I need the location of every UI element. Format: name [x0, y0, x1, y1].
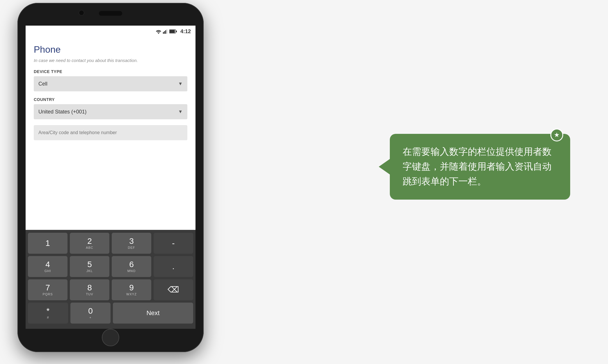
wifi-icon — [155, 29, 162, 34]
key-1-main: 1 — [45, 239, 50, 247]
key-6[interactable]: 6 MNO — [112, 256, 151, 277]
device-type-select[interactable]: Cell Home Work — [34, 76, 187, 91]
key-0[interactable]: 0 + — [70, 303, 111, 324]
svg-rect-1 — [163, 32, 164, 34]
key-7-main: 7 — [45, 284, 50, 292]
key-2[interactable]: 2 ABC — [70, 233, 109, 254]
numeric-keyboard: 1 2 ABC 3 DEF - — [26, 230, 195, 329]
home-button[interactable] — [102, 329, 119, 346]
keyboard-row-3: 7 PQRS 8 TUV 9 WXYZ ⌫ — [28, 279, 193, 300]
status-icons — [155, 29, 177, 34]
svg-rect-3 — [165, 30, 166, 34]
phone-screen: 4:12 Phone In case we need to contact yo… — [26, 26, 195, 329]
status-time: 4:12 — [180, 29, 191, 35]
key-6-sub: MNO — [127, 269, 136, 273]
svg-rect-6 — [170, 30, 175, 33]
key-4-sub: GHI — [45, 269, 51, 273]
battery-icon — [169, 29, 177, 33]
svg-rect-2 — [164, 31, 165, 34]
svg-point-0 — [158, 33, 159, 34]
phone-speaker-icon — [99, 11, 122, 16]
key-5[interactable]: 5 JKL — [70, 256, 109, 277]
key-4[interactable]: 4 GHI — [28, 256, 67, 277]
key-dash[interactable]: - — [154, 233, 193, 254]
key-9-main: 9 — [129, 284, 134, 292]
key-2-main: 2 — [87, 237, 92, 245]
key-5-main: 5 — [87, 260, 92, 269]
key-1[interactable]: 1 — [28, 233, 67, 254]
status-bar: 4:12 — [26, 26, 195, 37]
key-9[interactable]: 9 WXYZ — [112, 279, 151, 300]
country-select[interactable]: United States (+001) Canada (+001) Unite… — [34, 104, 187, 119]
key-dash-main: - — [172, 239, 175, 247]
keyboard-row-4: * # 0 + Next — [28, 303, 193, 324]
key-0-sub: + — [89, 316, 91, 319]
key-backspace[interactable]: ⌫ — [154, 279, 193, 300]
key-star-main: * — [47, 307, 50, 315]
key-7[interactable]: 7 PQRS — [28, 279, 67, 300]
key-0-main: 0 — [88, 307, 93, 315]
phone-device: 4:12 Phone In case we need to contact yo… — [17, 3, 204, 352]
key-5-sub: JKL — [86, 269, 93, 273]
key-3-main: 3 — [129, 237, 134, 245]
tooltip-star-icon: ★ — [550, 129, 563, 141]
svg-rect-4 — [166, 29, 167, 34]
form-area: Phone In case we need to contact you abo… — [26, 37, 195, 146]
key-3[interactable]: 3 DEF — [112, 233, 151, 254]
backspace-icon: ⌫ — [168, 286, 179, 294]
device-type-label: DEVICE TYPE — [34, 69, 187, 74]
tooltip-text: 在需要输入数字的栏位提供使用者数字键盘，并随着使用者输入资讯自动跳到表单的下一栏… — [403, 146, 552, 187]
key-8[interactable]: 8 TUV — [70, 279, 109, 300]
signal-icon — [163, 29, 168, 34]
key-hash-sub: # — [47, 316, 49, 319]
key-8-main: 8 — [87, 284, 92, 292]
form-title: Phone — [34, 44, 187, 55]
phone-number-input[interactable] — [34, 125, 187, 140]
keyboard-row-1: 1 2 ABC 3 DEF - — [28, 233, 193, 254]
key-3-sub: DEF — [128, 246, 135, 249]
device-type-wrapper: Cell Home Work ▼ — [34, 76, 187, 91]
key-6-main: 6 — [129, 260, 134, 269]
key-8-sub: TUV — [86, 292, 93, 296]
svg-rect-7 — [176, 31, 177, 32]
keyboard-row-2: 4 GHI 5 JKL 6 MNO . — [28, 256, 193, 277]
form-subtitle: In case we need to contact you about thi… — [34, 58, 187, 63]
country-wrapper: United States (+001) Canada (+001) Unite… — [34, 104, 187, 119]
phone-outer: 4:12 Phone In case we need to contact yo… — [17, 3, 204, 352]
phone-camera-icon — [79, 10, 84, 16]
key-9-sub: WXYZ — [126, 292, 137, 296]
key-dot-main: . — [172, 262, 175, 271]
key-2-sub: ABC — [86, 246, 93, 249]
key-dot[interactable]: . — [154, 256, 193, 277]
key-star-hash[interactable]: * # — [28, 303, 68, 324]
key-7-sub: PQRS — [42, 292, 53, 296]
key-4-main: 4 — [45, 260, 50, 269]
country-label: COUNTRY — [34, 97, 187, 102]
next-button[interactable]: Next — [113, 303, 193, 324]
tooltip-bubble: ★ 在需要输入数字的栏位提供使用者数字键盘，并随着使用者输入资讯自动跳到表单的下… — [390, 134, 570, 200]
